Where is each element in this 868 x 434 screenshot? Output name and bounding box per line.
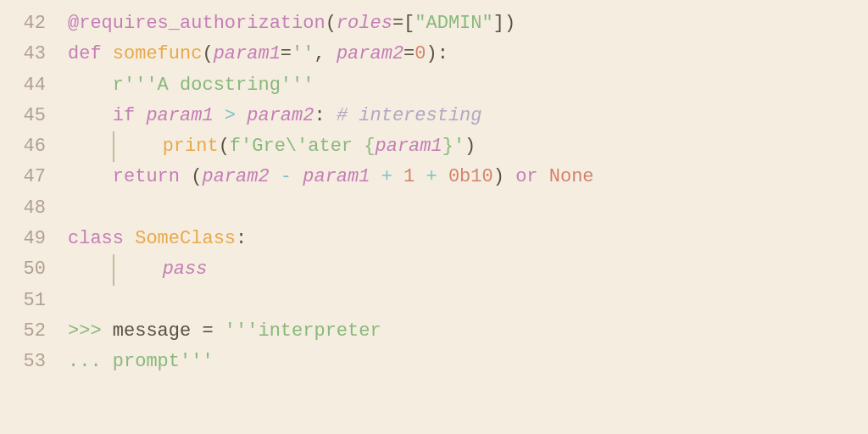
code-line-50: pass [68, 254, 860, 285]
paren-open2: ( [202, 43, 213, 64]
kw-def: def [68, 43, 113, 64]
gt-op: > [214, 105, 248, 126]
ret-param2: param2 [202, 166, 269, 187]
paren-ret: ( [191, 166, 202, 187]
string-admin: "ADMIN" [415, 13, 492, 34]
assign-op: = [202, 320, 224, 342]
code-container: 42 43 44 45 46 47 48 49 50 51 52 53 @req… [0, 0, 868, 434]
indent-bar-50 [113, 254, 125, 285]
default-empty: '' [292, 43, 314, 64]
code-line-48 [68, 193, 860, 224]
num-1: 1 [403, 166, 415, 187]
comment: # interesting [337, 105, 482, 126]
param1-name: param1 [214, 43, 281, 64]
triple-string-open: '''interpreter [225, 320, 381, 342]
code-line-51 [68, 286, 860, 316]
docstring: r'''A docstring''' [113, 75, 314, 96]
func-name: somefunc [113, 43, 203, 64]
triple-string-content: prompt''' [113, 351, 214, 372]
indent4 [68, 166, 113, 187]
code-line-52: >>> message = '''interpreter [68, 316, 860, 347]
line-num-43: 43 [14, 39, 46, 70]
eq3: = [403, 43, 415, 64]
line-num-52: 52 [14, 316, 46, 347]
line-num-42: 42 [14, 8, 46, 39]
plus-op2: + [415, 166, 448, 187]
repl-prompt1: >>> [68, 320, 113, 342]
num-0b10: 0b10 [448, 166, 493, 187]
print-close: ) [465, 136, 476, 157]
code-line-44: r'''A docstring''' [68, 70, 860, 101]
print-paren: ( [219, 136, 230, 157]
fstring-close: }' [442, 136, 465, 157]
default-zero: 0 [415, 43, 426, 64]
ret-param1: param1 [303, 166, 370, 187]
code-line-47: return (param2 - param1 + 1 + 0b10) or N… [68, 162, 860, 192]
kw-class: class [68, 228, 135, 249]
indent2 [68, 105, 113, 126]
line-numbers: 42 43 44 45 46 47 48 49 50 51 52 53 [0, 8, 59, 426]
kw-pass: pass [163, 259, 208, 280]
minus-op: - [270, 166, 303, 187]
indent1 [68, 75, 113, 96]
paren-ret-close: ) [493, 166, 515, 187]
message-var: message [113, 320, 203, 342]
fstring-var: param1 [375, 136, 442, 157]
fstring: f'Gre\'ater { [230, 136, 376, 157]
code-line-42: @requires_authorization(roles=["ADMIN"]) [68, 8, 860, 39]
code-line-53: ... prompt''' [68, 347, 860, 377]
paren-open: ( [326, 13, 337, 34]
code-line-45: if param1 > param2: # interesting [68, 101, 860, 131]
bracket-open: [ [403, 13, 415, 34]
plus-op1: + [370, 166, 403, 187]
kw-none: None [549, 166, 594, 187]
line-num-50: 50 [14, 254, 46, 285]
repl-cont: ... [68, 351, 113, 372]
line-num-48: 48 [14, 193, 46, 224]
decorator-at: @requires_authorization [68, 13, 326, 34]
print-builtin: print [163, 136, 219, 157]
code-line-46: print(f'Gre\'ater {param1}') [68, 131, 860, 162]
line-num-44: 44 [14, 70, 46, 101]
indent5 [68, 259, 113, 280]
line-num-45: 45 [14, 101, 46, 131]
if-param1: param1 [146, 105, 213, 126]
if-colon: : [314, 105, 336, 126]
line-num-46: 46 [14, 131, 46, 162]
kw-if: if [113, 105, 147, 126]
bracket-close: ]) [493, 13, 515, 34]
param2-name: param2 [337, 43, 403, 64]
code-line-43: def somefunc(param1='', param2=0): [68, 39, 860, 70]
eq2: = [281, 43, 292, 64]
line-num-49: 49 [14, 224, 46, 254]
class-colon: : [236, 228, 247, 249]
indent-bar-46 [113, 131, 125, 162]
param-roles: roles [337, 13, 392, 34]
code-lines: @requires_authorization(roles=["ADMIN"])… [59, 8, 868, 426]
line-num-51: 51 [14, 286, 46, 316]
colon: ): [426, 43, 448, 64]
code-line-49: class SomeClass: [68, 224, 860, 254]
line-num-47: 47 [14, 162, 46, 192]
eq: = [392, 13, 403, 34]
indent-extra2 [129, 259, 163, 280]
if-param2: param2 [247, 105, 314, 126]
kw-or: or [515, 166, 549, 187]
comma: , [314, 43, 336, 64]
line-num-53: 53 [14, 347, 46, 377]
kw-return: return [113, 166, 191, 187]
indent3 [68, 136, 113, 157]
class-name: SomeClass [135, 228, 236, 249]
indent-extra [129, 136, 163, 157]
